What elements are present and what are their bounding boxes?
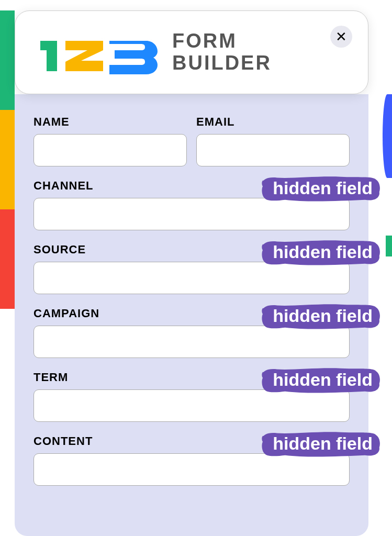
- stripe-green-right: [386, 236, 392, 256]
- term-label: TERM: [33, 371, 350, 384]
- logo-text-line2: BUILDER: [172, 52, 272, 74]
- logo-text-line1: FORM: [172, 30, 272, 52]
- content-label: CONTENT: [33, 434, 350, 448]
- channel-input[interactable]: [33, 198, 350, 230]
- stripe-red: [0, 209, 15, 309]
- logo-123-icon: [36, 26, 162, 79]
- stripe-yellow: [0, 110, 15, 209]
- form-panel: NAME EMAIL CHANNEL hidden field SOURCE h…: [15, 94, 368, 536]
- campaign-input[interactable]: [33, 326, 350, 358]
- email-label: EMAIL: [196, 115, 350, 129]
- name-input[interactable]: [33, 134, 187, 166]
- right-color-stripes: [383, 94, 392, 178]
- email-input[interactable]: [196, 134, 350, 166]
- channel-label: CHANNEL: [33, 179, 350, 193]
- close-button[interactable]: ✕: [330, 26, 352, 48]
- campaign-label: CAMPAIGN: [33, 307, 350, 320]
- stripe-green: [0, 10, 15, 110]
- content-input[interactable]: [33, 453, 350, 486]
- left-color-stripes: [0, 10, 15, 309]
- source-label: SOURCE: [33, 243, 350, 256]
- term-input[interactable]: [33, 389, 350, 422]
- logo-text: FORM BUILDER: [172, 30, 272, 74]
- stripe-blue: [383, 94, 392, 178]
- header-card: FORM BUILDER ✕: [15, 10, 368, 94]
- close-icon: ✕: [335, 29, 347, 45]
- logo: FORM BUILDER: [36, 26, 272, 79]
- source-input[interactable]: [33, 262, 350, 294]
- name-label: NAME: [33, 115, 187, 129]
